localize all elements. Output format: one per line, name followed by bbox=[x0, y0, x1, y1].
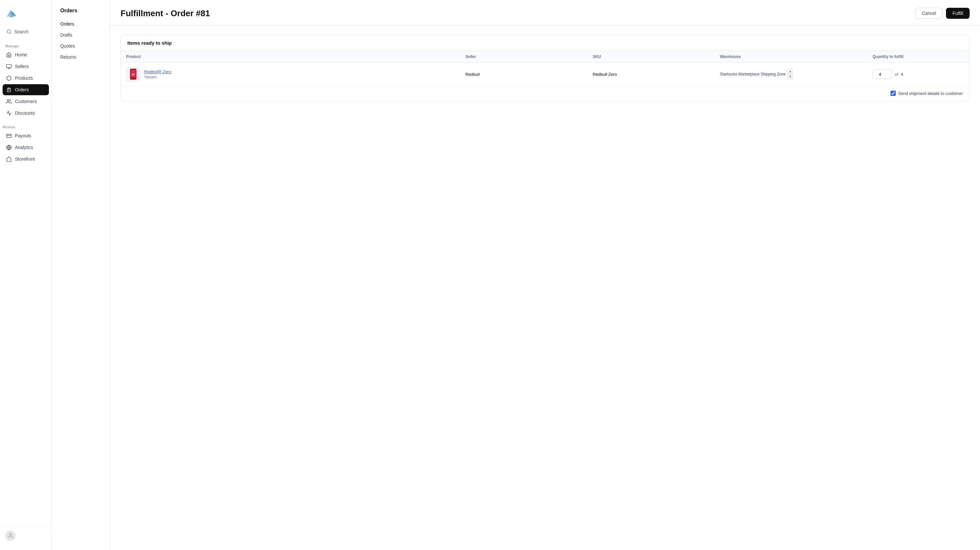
send-shipment-row: Send shipment details to customer bbox=[121, 86, 969, 101]
items-table: Product Seller SKU Warehouse Quantity to… bbox=[121, 51, 969, 86]
search-button[interactable]: Search bbox=[4, 27, 48, 36]
qty-of-label: of bbox=[895, 72, 898, 77]
sidebar-bottom bbox=[0, 526, 51, 545]
warehouse-name: Starbucks Marketplace Shipping Zone bbox=[720, 72, 786, 77]
col-sku: SKU bbox=[587, 51, 715, 62]
product-image: RB bbox=[126, 67, 140, 81]
svg-rect-1 bbox=[6, 64, 11, 68]
sidebar-item-orders[interactable]: Orders bbox=[3, 84, 49, 95]
sidebar-nav: Home Sellers Products bbox=[0, 49, 51, 526]
table-body: RB Redbull® Zero Variant: bbox=[121, 62, 969, 86]
search-icon bbox=[6, 29, 12, 34]
col-seller: Seller bbox=[460, 51, 587, 62]
subnav-item-returns[interactable]: Returns bbox=[57, 52, 105, 62]
manage-section-label: Manage bbox=[0, 41, 51, 49]
col-product: Product bbox=[121, 51, 460, 62]
stepper-up-button[interactable]: ▲ bbox=[788, 69, 793, 74]
svg-rect-4 bbox=[8, 88, 10, 89]
sidebar-item-discounts[interactable]: Discounts bbox=[3, 108, 49, 119]
sidebar-item-home[interactable]: Home bbox=[3, 49, 49, 60]
svg-rect-8 bbox=[6, 134, 11, 137]
sidebar-item-payouts[interactable]: Payouts bbox=[3, 130, 49, 141]
send-shipment-checkbox[interactable] bbox=[891, 91, 896, 96]
subnav-item-quotes[interactable]: Quotes bbox=[57, 41, 105, 51]
table-header: Product Seller SKU Warehouse Quantity to… bbox=[121, 51, 969, 62]
logo bbox=[0, 5, 51, 26]
discounts-icon bbox=[6, 110, 12, 116]
home-icon bbox=[6, 52, 12, 58]
col-quantity: Quantity to fulfill bbox=[867, 51, 969, 62]
payouts-icon bbox=[6, 133, 12, 138]
svg-point-0 bbox=[7, 30, 11, 33]
products-icon bbox=[6, 75, 12, 81]
items-card: Items ready to ship Product Seller SKU W… bbox=[121, 35, 970, 102]
seller-cell: Redbull bbox=[460, 62, 587, 86]
customers-icon bbox=[6, 99, 12, 104]
header-actions: Cancel Fulfill bbox=[915, 8, 970, 19]
sidebar-item-payouts-label: Payouts bbox=[15, 133, 32, 138]
main-content: Fulfillment - Order #81 Cancel Fulfill I… bbox=[110, 0, 980, 550]
orders-icon bbox=[6, 87, 12, 93]
sidebar-item-customers[interactable]: Customers bbox=[3, 96, 49, 107]
analytics-icon bbox=[6, 145, 12, 150]
quantity-cell: of 4 bbox=[867, 62, 969, 86]
col-warehouse: Warehouse bbox=[715, 51, 867, 62]
sidebar-item-sellers-label: Sellers bbox=[15, 64, 29, 69]
stepper-down-button[interactable]: ▼ bbox=[788, 75, 793, 79]
svg-text:RB: RB bbox=[132, 73, 135, 75]
warehouse-cell: Starbucks Marketplace Shipping Zone ▲ ▼ bbox=[715, 62, 867, 86]
qty-total: 4 bbox=[901, 72, 903, 77]
fulfill-button[interactable]: Fulfill bbox=[946, 8, 970, 19]
page-title: Fulfillment - Order #81 bbox=[121, 8, 210, 19]
sidebar-item-discounts-label: Discounts bbox=[15, 110, 35, 116]
subnav-item-orders[interactable]: Orders bbox=[57, 19, 105, 29]
subnav-item-drafts[interactable]: Drafts bbox=[57, 30, 105, 40]
cancel-button[interactable]: Cancel bbox=[915, 8, 943, 19]
table-row: RB Redbull® Zero Variant: bbox=[121, 62, 969, 86]
user-avatar[interactable] bbox=[5, 531, 16, 541]
product-cell: RB Redbull® Zero Variant: bbox=[121, 62, 460, 86]
page-header: Fulfillment - Order #81 Cancel Fulfill bbox=[110, 0, 980, 25]
product-name-link[interactable]: Redbull® Zero bbox=[144, 69, 172, 74]
subnav-title: Orders bbox=[57, 6, 105, 19]
sidebar-item-orders-label: Orders bbox=[15, 87, 29, 92]
review-section-label: Review bbox=[3, 122, 49, 130]
search-label: Search bbox=[14, 29, 29, 34]
app-logo-icon bbox=[5, 8, 17, 19]
svg-point-12 bbox=[10, 534, 11, 536]
sidebar-item-products[interactable]: Products bbox=[3, 73, 49, 84]
warehouse-stepper[interactable]: ▲ ▼ bbox=[788, 69, 793, 79]
card-title: Items ready to ship bbox=[121, 35, 969, 51]
sku-cell: Redbull-Zero bbox=[587, 62, 715, 86]
sidebar-item-analytics[interactable]: Analytics bbox=[3, 142, 49, 153]
product-image-icon: RB bbox=[129, 68, 138, 80]
quantity-input[interactable] bbox=[873, 70, 892, 79]
svg-point-7 bbox=[7, 99, 9, 102]
sidebar-item-analytics-label: Analytics bbox=[15, 145, 33, 150]
sidebar-item-storefront[interactable]: Storefront bbox=[3, 154, 49, 165]
sidebar-item-home-label: Home bbox=[15, 52, 27, 57]
sidebar-item-storefront-label: Storefront bbox=[15, 156, 35, 162]
send-shipment-label[interactable]: Send shipment details to customer bbox=[898, 91, 963, 96]
search-area[interactable]: Search bbox=[0, 26, 51, 41]
product-variant: Variant: bbox=[144, 75, 172, 79]
sidebar-item-customers-label: Customers bbox=[15, 99, 37, 104]
page-content: Items ready to ship Product Seller SKU W… bbox=[110, 25, 980, 110]
sidebar-item-products-label: Products bbox=[15, 75, 33, 81]
storefront-icon bbox=[6, 156, 12, 162]
avatar-icon bbox=[8, 533, 13, 539]
sidebar: Search Manage Home Sellers bbox=[0, 0, 52, 550]
sidebar-item-sellers[interactable]: Sellers bbox=[3, 61, 49, 72]
subnav: Orders Orders Drafts Quotes Returns bbox=[52, 0, 110, 550]
sellers-icon bbox=[6, 64, 12, 69]
